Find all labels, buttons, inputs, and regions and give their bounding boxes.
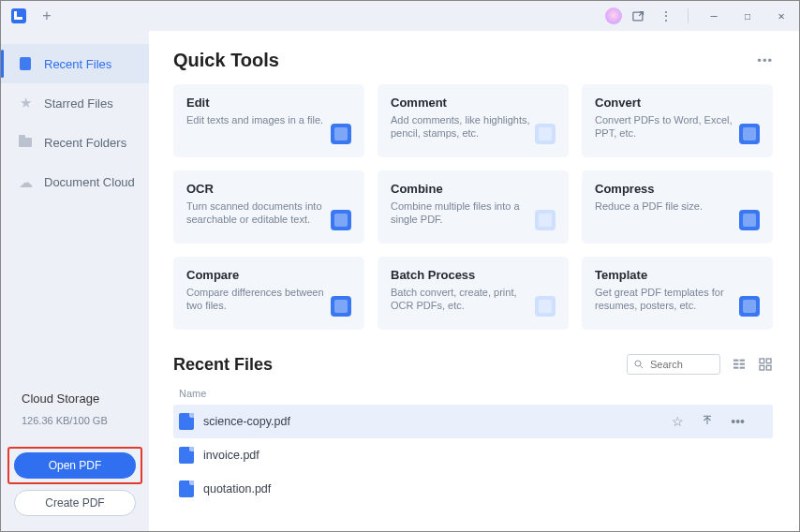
card-title: Convert [595, 96, 760, 110]
card-icon [329, 208, 353, 232]
recent-files-list: science-copy.pdf☆•••invoice.pdf☆•••quota… [173, 405, 773, 506]
card-icon [329, 122, 353, 146]
view-list-icon[interactable] [732, 357, 747, 372]
sidebar-item-recent-files[interactable]: Recent Files [1, 44, 149, 83]
card-desc: Reduce a PDF file size. [595, 200, 735, 213]
card-icon [737, 294, 762, 318]
card-desc: Edit texts and images in a file. [186, 113, 327, 126]
sidebar-item-document-cloud[interactable]: ☁ Document Cloud [1, 162, 149, 201]
search-input[interactable] [650, 359, 706, 370]
card-icon [533, 294, 557, 318]
star-icon: ★ [18, 96, 33, 111]
quick-tool-card-convert[interactable]: ConvertConvert PDFs to Word, Excel, PPT,… [582, 84, 773, 157]
create-pdf-button[interactable]: Create PDF [14, 490, 136, 516]
upload-icon[interactable] [701, 414, 714, 429]
card-icon [737, 208, 762, 232]
card-icon [329, 294, 353, 318]
card-title: OCR [186, 182, 351, 196]
card-title: Compress [595, 182, 760, 196]
quick-tools-more-icon[interactable]: ••• [757, 53, 773, 67]
card-title: Template [595, 268, 760, 282]
card-title: Batch Process [391, 268, 556, 282]
card-title: Combine [391, 182, 556, 196]
svg-rect-7 [740, 367, 745, 369]
card-title: Edit [186, 96, 351, 110]
card-desc: Batch convert, create, print, OCR PDFs, … [391, 286, 531, 313]
avatar[interactable] [605, 7, 622, 24]
window-minimize[interactable]: — [702, 7, 726, 25]
share-icon[interactable] [631, 9, 648, 23]
file-name: quotation.pdf [203, 482, 271, 495]
svg-point-1 [635, 361, 641, 366]
row-more-icon[interactable]: ••• [731, 414, 745, 429]
card-desc: Convert PDFs to Word, Excel, PPT, etc. [595, 113, 735, 140]
svg-rect-9 [766, 359, 771, 363]
sidebar-item-recent-folders[interactable]: Recent Folders [1, 123, 149, 162]
card-icon [533, 122, 557, 146]
file-row[interactable]: science-copy.pdf☆••• [173, 405, 773, 438]
card-desc: Add comments, like highlights, pencil, s… [391, 113, 531, 140]
sidebar-item-label: Recent Files [44, 57, 111, 71]
file-row[interactable]: invoice.pdf☆••• [173, 438, 773, 472]
quick-tools-heading: Quick Tools [173, 50, 279, 71]
quick-tool-card-batch-process[interactable]: Batch ProcessBatch convert, create, prin… [378, 257, 569, 330]
svg-rect-8 [760, 359, 764, 363]
app-logo [10, 7, 27, 24]
quick-tool-card-compare[interactable]: CompareCompare differences between two f… [173, 257, 364, 330]
quick-tool-card-template[interactable]: TemplateGet great PDF templates for resu… [582, 257, 773, 330]
svg-rect-4 [733, 367, 738, 369]
sidebar-item-label: Recent Folders [44, 136, 126, 150]
pdf-file-icon [179, 480, 194, 497]
quick-tool-card-comment[interactable]: CommentAdd comments, like highlights, pe… [378, 84, 569, 157]
file-row[interactable]: quotation.pdf☆••• [173, 472, 773, 506]
card-desc: Turn scanned documents into searchable o… [186, 200, 327, 227]
create-pdf-label: Create PDF [45, 496, 104, 510]
card-desc: Combine multiple files into a single PDF… [391, 200, 531, 227]
folder-icon [18, 135, 33, 150]
cloud-storage-usage: 126.36 KB/100 GB [22, 415, 132, 426]
file-name: science-copy.pdf [203, 415, 290, 428]
card-desc: Compare differences between two files. [186, 286, 327, 313]
window-maximize[interactable]: ☐ [735, 7, 760, 25]
open-pdf-label: Open PDF [49, 459, 102, 472]
svg-rect-10 [760, 365, 764, 370]
svg-rect-2 [733, 360, 738, 362]
file-icon [18, 56, 33, 71]
quick-tools-grid: EditEdit texts and images in a file.Comm… [173, 84, 773, 330]
star-outline-icon[interactable]: ☆ [672, 414, 684, 429]
cloud-icon: ☁ [18, 174, 33, 189]
sidebar-item-label: Starred Files [44, 96, 113, 111]
quick-tool-card-compress[interactable]: CompressReduce a PDF file size. [582, 170, 773, 244]
main-pane: Quick Tools ••• EditEdit texts and image… [149, 31, 799, 531]
quick-tool-card-combine[interactable]: CombineCombine multiple files into a sin… [378, 170, 569, 244]
titlebar: + ⋮ — ☐ ✕ [1, 1, 799, 31]
window-close[interactable]: ✕ [769, 7, 793, 25]
cloud-storage-title: Cloud Storage [22, 392, 132, 406]
open-pdf-button[interactable]: Open PDF [14, 452, 136, 479]
kebab-menu-icon[interactable]: ⋮ [658, 8, 674, 23]
search-icon [633, 359, 644, 370]
search-input-wrapper[interactable] [627, 354, 720, 375]
recent-files-heading: Recent Files [173, 355, 273, 375]
view-grid-icon[interactable] [758, 357, 773, 372]
pdf-file-icon [179, 447, 194, 464]
quick-tool-card-ocr[interactable]: OCRTurn scanned documents into searchabl… [173, 170, 364, 244]
svg-rect-11 [766, 365, 771, 370]
sidebar-item-label: Document Cloud [44, 175, 135, 189]
sidebar: Recent Files ★ Starred Files Recent Fold… [1, 31, 149, 531]
column-header-name: Name [173, 384, 773, 405]
card-title: Compare [186, 268, 351, 282]
pdf-file-icon [179, 413, 194, 430]
quick-tool-card-edit[interactable]: EditEdit texts and images in a file. [173, 84, 364, 157]
file-name: invoice.pdf [203, 449, 259, 462]
new-tab-button[interactable]: + [38, 7, 55, 24]
svg-rect-5 [740, 360, 745, 362]
svg-rect-3 [733, 363, 738, 365]
cloud-storage-block: Cloud Storage 126.36 KB/100 GB [1, 392, 149, 452]
sidebar-item-starred-files[interactable]: ★ Starred Files [1, 83, 149, 123]
card-desc: Get great PDF templates for resumes, pos… [595, 286, 735, 313]
svg-rect-6 [740, 363, 745, 365]
card-icon [737, 122, 762, 146]
card-icon [533, 208, 557, 232]
card-title: Comment [391, 96, 556, 110]
